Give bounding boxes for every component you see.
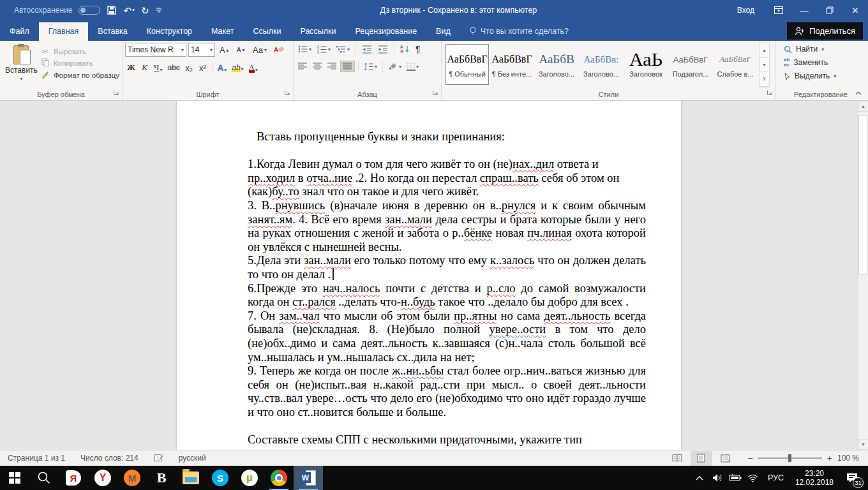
customize-quick-access-icon[interactable] — [156, 7, 162, 13]
tray-expand-icon[interactable] — [691, 466, 708, 490]
taskbar-file-explorer[interactable] — [176, 466, 206, 490]
blank-line[interactable] — [248, 419, 646, 433]
cut-button[interactable]: ✂ Вырезать — [40, 47, 119, 56]
autosave-toggle[interactable] — [79, 6, 100, 15]
collapse-ribbon-icon[interactable] — [855, 88, 862, 97]
borders-button[interactable]: ▾ — [405, 61, 421, 72]
font-name-combobox[interactable]: Times New R▾ — [125, 43, 186, 57]
decrease-indent-button[interactable] — [360, 43, 374, 55]
document-page[interactable]: Вставь пропущенные буквы и знаки препина… — [177, 101, 681, 450]
font-size-combobox[interactable]: 14▾ — [188, 43, 215, 57]
align-right-button[interactable] — [326, 61, 339, 71]
scrollbar-thumb[interactable] — [858, 115, 867, 274]
redo-button[interactable]: ↻ — [141, 6, 149, 15]
style-subtitle[interactable]: АаБбВвГ Подзагол... — [669, 44, 712, 85]
zoom-out-button[interactable]: − — [748, 453, 753, 463]
styles-more-icon[interactable]: ⊻ — [760, 72, 769, 87]
tab-review[interactable]: Рецензирование — [346, 22, 427, 41]
scroll-up-icon[interactable]: ▲ — [858, 101, 868, 112]
tab-view[interactable]: Вид — [426, 22, 460, 41]
scroll-down-icon[interactable]: ▼ — [858, 439, 868, 450]
restore-button[interactable] — [817, 0, 842, 20]
paragraph[interactable]: 6.Прежде это нач..налось почти с детства… — [248, 282, 646, 309]
save-icon[interactable] — [107, 5, 117, 15]
superscript-button[interactable]: x² — [197, 62, 209, 74]
minimize-button[interactable]: — — [791, 0, 817, 20]
numbered-list-button[interactable]: 123▾ — [315, 43, 333, 55]
vertical-scrollbar[interactable]: ▲ ▼ — [857, 101, 868, 450]
tab-mailings[interactable]: Рассылки — [290, 22, 345, 41]
paragraph[interactable]: 3. В..рнувшись (в)начале июня в деревню … — [248, 199, 646, 254]
read-mode-icon[interactable] — [666, 451, 688, 466]
tell-me-box[interactable]: Что вы хотите сделать? — [460, 22, 578, 41]
format-painter-button[interactable]: Формат по образцу — [40, 70, 119, 80]
clear-formatting-button[interactable]: А — [271, 44, 287, 56]
style-normal[interactable]: АаБбВвГ ¶ Обычный — [445, 44, 489, 85]
bold-button[interactable]: Ж — [125, 61, 137, 74]
paragraph-dialog-launcher-icon[interactable] — [432, 89, 438, 98]
wifi-icon[interactable] — [745, 466, 761, 490]
styles-scroll-down-icon[interactable]: ▼ — [760, 58, 769, 73]
align-left-button[interactable] — [296, 61, 310, 71]
increase-indent-button[interactable] — [376, 43, 390, 55]
share-button[interactable]: Поделиться — [787, 22, 863, 40]
copy-button[interactable]: Копировать — [40, 58, 119, 68]
multilevel-list-button[interactable]: ▾ — [334, 43, 352, 55]
italic-button[interactable]: К — [138, 61, 151, 74]
zoom-slider-thumb[interactable] — [788, 454, 791, 462]
document-content[interactable]: Вставь пропущенные буквы и знаки препина… — [248, 130, 646, 450]
highlight-color-button[interactable]: ab▾ — [230, 62, 245, 73]
volume-icon[interactable] — [709, 466, 726, 490]
action-center-button[interactable]: 31 — [840, 466, 864, 490]
taskbar-yandex-browser[interactable]: Y — [88, 466, 117, 490]
underline-button[interactable]: Ч▾ — [152, 61, 164, 74]
clock[interactable]: 23:20 12.02.2018 — [790, 469, 839, 487]
justify-button[interactable] — [340, 61, 355, 72]
style-no-spacing[interactable]: АаБбВвГ ¶ Без инте... — [490, 44, 534, 85]
line-spacing-button[interactable]: ▾ — [362, 61, 379, 72]
style-heading2[interactable]: АаБбВв: Заголово... — [580, 44, 623, 85]
taskbar-mail-app[interactable]: M — [117, 466, 147, 490]
web-layout-icon[interactable] — [715, 451, 737, 466]
tab-layout[interactable]: Макет — [202, 22, 243, 41]
proofing-status-icon[interactable] — [146, 454, 171, 463]
tab-references[interactable]: Ссылки — [243, 22, 290, 41]
blank-line[interactable] — [248, 144, 646, 158]
paragraph[interactable]: Вставь пропущенные буквы и знаки препина… — [248, 130, 646, 144]
grow-font-button[interactable]: А▲ — [217, 44, 232, 56]
style-title[interactable]: АаЬ Заголовок — [624, 44, 668, 85]
tab-file[interactable]: Файл — [0, 22, 39, 41]
change-case-button[interactable]: Аа▾ — [250, 44, 269, 56]
taskbar-bitcoin-app[interactable]: B — [147, 466, 176, 490]
find-button[interactable]: Найти▾ — [779, 43, 863, 56]
taskbar-chrome[interactable] — [264, 466, 294, 490]
word-count-indicator[interactable]: Число слов: 214 — [73, 454, 146, 463]
text-effects-button[interactable]: А▾ — [216, 62, 228, 74]
battery-icon[interactable] — [727, 466, 744, 490]
paragraph[interactable]: 9. Теперь же когда он после ж..ни..ьбы с… — [248, 364, 646, 419]
paragraph[interactable]: 5.Дела эти зан..мали его только потому ч… — [248, 254, 646, 281]
taskbar-utorrent[interactable]: µ — [235, 466, 264, 490]
tab-insert[interactable]: Вставка — [88, 22, 137, 41]
styles-dialog-launcher-icon[interactable] — [767, 89, 773, 98]
zoom-slider[interactable] — [758, 457, 822, 459]
replace-button[interactable]: abac Заменить — [779, 56, 863, 70]
start-button[interactable] — [0, 466, 29, 490]
ribbon-display-options-icon[interactable] — [766, 0, 791, 20]
taskbar-yandex-app[interactable]: Я — [59, 466, 88, 490]
close-button[interactable]: ✕ — [842, 0, 868, 20]
zoom-level[interactable]: 100 % — [837, 454, 859, 463]
sign-in-button[interactable]: Вход — [726, 6, 766, 15]
strikethrough-button[interactable]: abc — [165, 62, 181, 73]
taskbar-skype[interactable]: S — [206, 466, 235, 490]
print-layout-icon[interactable] — [691, 451, 712, 466]
page-number-indicator[interactable]: Страница 1 из 1 — [0, 454, 73, 463]
paste-button[interactable]: Вставить ▾ — [3, 43, 40, 87]
shading-button[interactable]: ▾ — [386, 61, 403, 72]
language-indicator[interactable]: русский — [171, 454, 214, 463]
shrink-font-button[interactable]: А▼ — [234, 45, 248, 55]
undo-button[interactable]: ↶▾ — [123, 6, 135, 15]
paragraph[interactable]: 7. Он зам..чал что мысли об этом были пр… — [248, 309, 646, 364]
paragraph[interactable]: Составьте схемы СПП с несколькими придат… — [248, 433, 646, 450]
align-center-button[interactable] — [311, 61, 324, 71]
